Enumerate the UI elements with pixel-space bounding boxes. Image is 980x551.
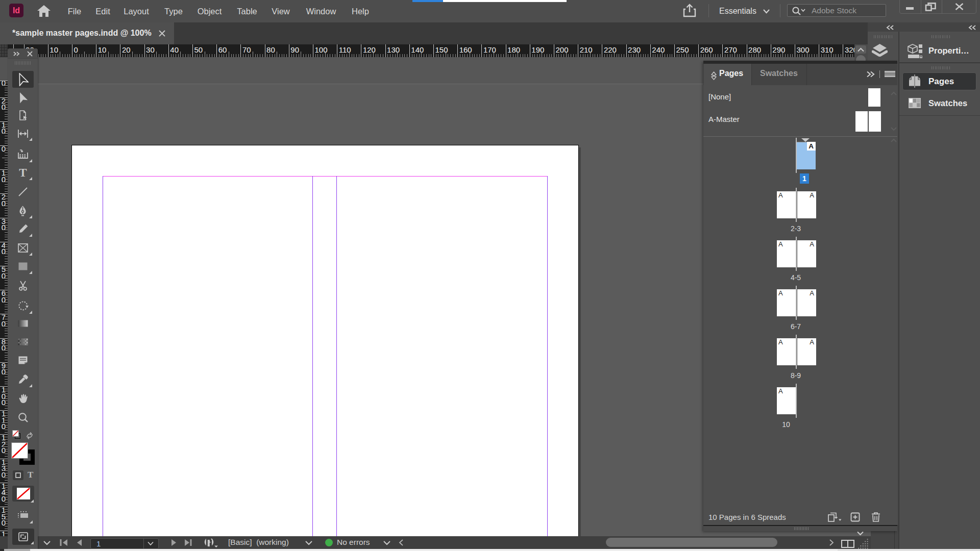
svg-text:T: T [19,167,27,178]
